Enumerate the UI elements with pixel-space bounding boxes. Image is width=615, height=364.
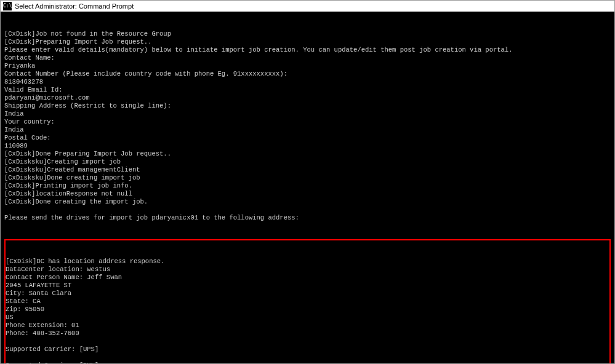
terminal-line: India [4, 110, 611, 118]
terminal-line: DataCenter location: westus [6, 266, 609, 274]
window-frame: C:\ Select Administrator: Command Prompt… [0, 0, 615, 364]
terminal-line: Priyanka [4, 62, 611, 70]
terminal-line: [CxDisk]Preparing Import Job request.. [4, 38, 611, 46]
terminal-line: Shipping Address (Restrict to single lin… [4, 102, 611, 110]
terminal-line: Please enter valid details(mandatory) be… [4, 46, 611, 54]
terminal-line: India [4, 126, 611, 134]
terminal-line: Valid Email Id: [4, 86, 611, 94]
terminal-line [4, 206, 611, 214]
terminal-line: 110089 [4, 142, 611, 150]
terminal-line: 2045 LAFAYETTE ST [6, 282, 609, 290]
cmd-icon-text: C:\ [3, 3, 12, 9]
terminal-lines-box: [CxDisk]DC has location address response… [6, 258, 609, 363]
terminal-line: [CxDisksku]Creating import job [4, 158, 611, 166]
terminal-line [6, 354, 609, 362]
terminal-line: 8130463278 [4, 78, 611, 86]
terminal-line: Contact Number (Please include country c… [4, 70, 611, 78]
terminal-output[interactable]: [CxDisk]Job not found in the Resource Gr… [1, 12, 614, 363]
terminal-line: Postal Code: [4, 134, 611, 142]
terminal-lines-before: [CxDisk]Job not found in the Resource Gr… [4, 30, 611, 222]
terminal-line: Contact Person Name: Jeff Swan [6, 274, 609, 282]
highlighted-section: [CxDisk]DC has location address response… [4, 239, 611, 363]
terminal-line: Zip: 95050 [6, 306, 609, 314]
terminal-line: pdaryani@microsoft.com [4, 94, 611, 102]
terminal-line: Your country: [4, 118, 611, 126]
terminal-line: Contact Name: [4, 54, 611, 62]
terminal-line: Supported Carrier: [UPS] [6, 346, 609, 354]
terminal-line: Supported Carrier: [DHL] [6, 362, 609, 363]
cmd-icon: C:\ [3, 2, 12, 10]
terminal-line: [CxDisksku]Done creating import job [4, 174, 611, 182]
terminal-line: [CxDisk]Job not found in the Resource Gr… [4, 30, 611, 38]
terminal-line: [CxDisk]locationResponse not null [4, 190, 611, 198]
terminal-line: Phone Extension: 01 [6, 322, 609, 330]
terminal-line: US [6, 314, 609, 322]
terminal-line: City: Santa Clara [6, 290, 609, 298]
terminal-line: Phone: 408-352-7600 [6, 330, 609, 338]
title-bar[interactable]: C:\ Select Administrator: Command Prompt [1, 1, 614, 12]
terminal-line: [CxDisk]Done Preparing Import Job reques… [4, 150, 611, 158]
terminal-line: Please send the drives for import job pd… [4, 214, 611, 222]
terminal-line: [CxDisk]DC has location address response… [6, 258, 609, 266]
terminal-line: [CxDisk]Done creating the import job. [4, 198, 611, 206]
terminal-line [6, 338, 609, 346]
terminal-line: [CxDisksku]Created managementClient [4, 166, 611, 174]
window-title: Select Administrator: Command Prompt [15, 2, 134, 10]
terminal-line: State: CA [6, 298, 609, 306]
terminal-line: [CxDisk]Printing import job info. [4, 182, 611, 190]
